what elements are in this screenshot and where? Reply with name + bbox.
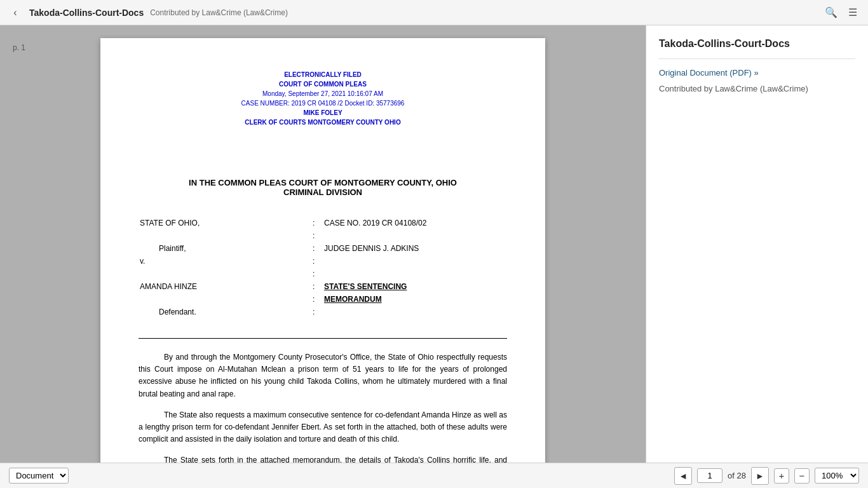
sidebar-divider xyxy=(659,58,855,59)
doc-page: ELECTRONICALLY FILED COURT OF COMMON PLE… xyxy=(100,38,545,463)
prev-page-button[interactable]: ◄ xyxy=(674,467,692,485)
search-icon: 🔍 xyxy=(825,6,837,18)
case-empty1 xyxy=(324,230,506,241)
sentencing-line1: STATE'S SENTENCING xyxy=(324,282,407,291)
sidebar: Takoda-Collins-Court-Docs Original Docum… xyxy=(646,25,868,463)
sentencing-line2: MEMORANDUM xyxy=(324,295,382,304)
doc-body: By and through the Montgomery County Pro… xyxy=(139,351,507,463)
case-empty3 xyxy=(324,268,506,280)
topbar-title: Takoda-Collins-Court-Docs xyxy=(29,8,144,18)
next-page-button[interactable]: ► xyxy=(751,467,769,485)
sep9: : xyxy=(304,306,323,318)
zoom-select[interactable]: 100% 75% 125% 150% xyxy=(815,468,859,484)
body-para2: The State also requests a maximum consec… xyxy=(139,409,507,446)
page-of-label: of 28 xyxy=(728,471,746,480)
judge-label: JUDGE DENNIS J. ADKINS xyxy=(324,243,506,254)
court-title-line2: CRIMINAL DIVISION xyxy=(139,187,507,197)
court-title-line1: IN THE COMMON PLEAS COURT OF MONTGOMERY … xyxy=(139,178,507,187)
party-plaintiff: Plaintiff, xyxy=(140,243,303,254)
zoom-in-button[interactable]: + xyxy=(774,468,789,484)
sep7: : xyxy=(304,281,323,292)
doc-select[interactable]: Document xyxy=(9,468,69,484)
body-para1: By and through the Montgomery County Pro… xyxy=(139,351,507,400)
party-v: v. xyxy=(140,255,303,267)
header-line6: CLERK OF COURTS MONTGOMERY COUNTY OHIO xyxy=(139,118,507,127)
header-line4: CASE NUMBER: 2019 CR 04108 /2 Docket ID:… xyxy=(139,98,507,108)
case-divider xyxy=(139,338,507,339)
header-line3: Monday, September 27, 2021 10:16:07 AM xyxy=(139,89,507,98)
sep6: : xyxy=(304,268,323,280)
body-para3: The State sets forth in the attached mem… xyxy=(139,454,507,463)
zoom-in-icon: + xyxy=(779,470,785,481)
party-empty2 xyxy=(140,268,303,280)
sep1: : xyxy=(304,217,323,229)
menu-icon: ☰ xyxy=(848,6,857,18)
sentencing-label: STATE'S SENTENCING xyxy=(324,281,506,292)
back-button[interactable]: ‹ xyxy=(6,4,24,22)
page-number-input[interactable] xyxy=(697,468,722,483)
doc-header: ELECTRONICALLY FILED COURT OF COMMON PLE… xyxy=(139,70,507,127)
sidebar-title: Takoda-Collins-Court-Docs xyxy=(659,38,855,50)
sep8: : xyxy=(304,294,323,305)
party-empty1 xyxy=(140,230,303,241)
page-label: p. 1 xyxy=(13,43,25,52)
back-icon: ‹ xyxy=(13,7,17,18)
next-icon: ► xyxy=(756,471,764,481)
zoom-out-button[interactable]: − xyxy=(794,468,810,484)
doc-viewer[interactable]: p. 1 ELECTRONICALLY FILED COURT OF COMMO… xyxy=(0,25,646,463)
sep2: : xyxy=(304,230,323,241)
topbar: ‹ Takoda-Collins-Court-Docs Contributed … xyxy=(0,0,868,25)
sep5: : xyxy=(304,255,323,267)
case-no: CASE NO. 2019 CR 04108/02 xyxy=(324,217,506,229)
topbar-subtitle: Contributed by Law&Crime (Law&Crime) xyxy=(150,8,288,17)
case-empty2 xyxy=(324,255,506,267)
party-defendant-label: Defendant. xyxy=(140,306,303,318)
main-area: p. 1 ELECTRONICALLY FILED COURT OF COMMO… xyxy=(0,25,868,463)
header-line5: MIKE FOLEY xyxy=(139,108,507,118)
doc-select-wrap: Document xyxy=(9,468,69,484)
contributed-by: Contributed by Law&Crime (Law&Crime) xyxy=(659,84,808,93)
search-button[interactable]: 🔍 xyxy=(822,4,840,22)
pdf-link[interactable]: Original Document (PDF) » xyxy=(659,68,855,78)
court-title: IN THE COMMON PLEAS COURT OF MONTGOMERY … xyxy=(139,178,507,197)
sep3: : xyxy=(304,243,323,254)
prev-icon: ◄ xyxy=(679,471,688,481)
menu-button[interactable]: ☰ xyxy=(844,4,862,22)
header-line2: COURT OF COMMON PLEAS xyxy=(139,79,507,89)
header-line1: ELECTRONICALLY FILED xyxy=(139,70,507,79)
case-table: STATE OF OHIO, : CASE NO. 2019 CR 04108/… xyxy=(139,216,507,319)
zoom-out-icon: − xyxy=(799,470,805,481)
party-state: STATE OF OHIO, xyxy=(140,217,303,229)
party-defendant-name: AMANDA HINZE xyxy=(140,281,303,292)
bottombar: Document ◄ of 28 ► + − 100% 75% 125% 150… xyxy=(0,463,868,488)
